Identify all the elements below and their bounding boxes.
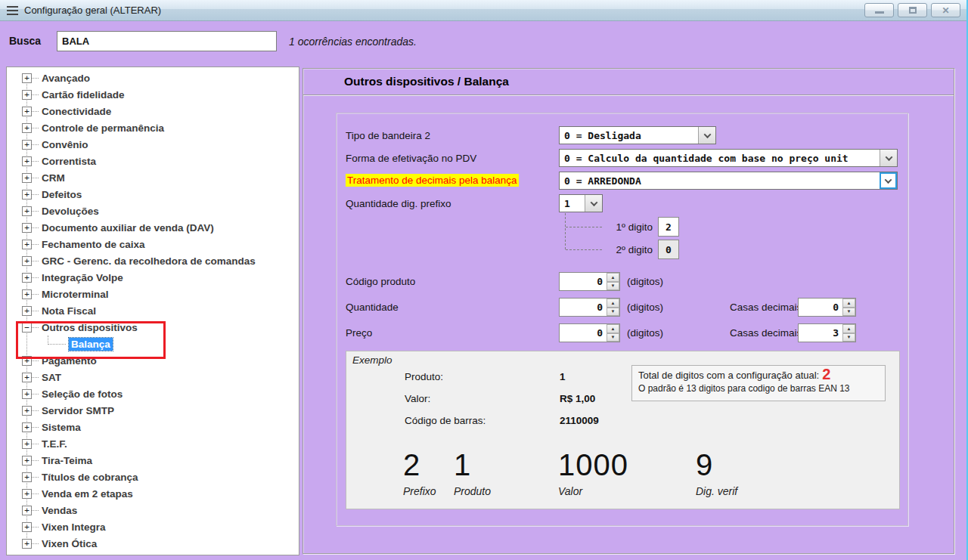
quantidade-spinner[interactable]: 0 ▲▼ (559, 298, 620, 317)
tree-item-microterminal[interactable]: +Microterminal (7, 286, 299, 302)
spin-down-icon[interactable]: ▼ (842, 308, 855, 317)
expand-icon[interactable]: + (22, 356, 32, 366)
tree-item-label: Pagamento (42, 355, 97, 367)
expand-icon[interactable]: + (22, 389, 32, 399)
tipo-bandeira-combo[interactable]: 0 = Desligada (559, 126, 716, 144)
expand-icon[interactable]: + (22, 406, 32, 416)
tree-item-t-e-f[interactable]: +T.E.F. (7, 435, 299, 452)
tree-item-documento-auxiliar-de-venda-dav[interactable]: +Documento auxiliar de venda (DAV) (7, 219, 299, 236)
minimize-icon (875, 11, 884, 14)
tree-item-correntista[interactable]: +Correntista (7, 153, 299, 169)
expand-icon[interactable]: + (22, 73, 32, 83)
tree-item-fechamento-de-caixa[interactable]: +Fechamento de caixa (7, 236, 299, 252)
tree-branch-connector (32, 211, 39, 212)
spin-up-icon[interactable]: ▲ (842, 324, 855, 333)
tree-item-controle-de-perman-ncia[interactable]: +Controle de permanência (7, 119, 299, 136)
search-input[interactable] (57, 31, 277, 51)
tree-item-sat[interactable]: +SAT (7, 369, 299, 385)
expand-icon[interactable]: + (22, 173, 32, 183)
expand-icon[interactable]: + (22, 223, 32, 233)
tree-item-defeitos[interactable]: +Defeitos (7, 186, 299, 203)
tree-item-devolu-es[interactable]: +Devoluções (7, 203, 299, 219)
maximize-button[interactable] (898, 3, 927, 17)
expand-icon[interactable]: + (22, 539, 32, 549)
tree-item-label: Venda em 2 etapas (42, 488, 133, 500)
expand-icon[interactable]: + (22, 456, 32, 466)
preco-casas-spinner[interactable]: 3 ▲▼ (798, 323, 856, 342)
breakdown-valor: 1000Valor (558, 448, 628, 497)
tree-item-sele-o-de-fotos[interactable]: +Seleção de fotos (7, 385, 299, 402)
window-controls: ✕ (864, 3, 960, 17)
spin-up-icon[interactable]: ▲ (607, 324, 619, 333)
spin-down-icon[interactable]: ▼ (607, 308, 619, 317)
expand-icon[interactable]: + (22, 439, 32, 449)
minimize-button[interactable] (864, 3, 894, 17)
tratamento-decimais-combo[interactable]: 0 = ARREDONDA (559, 172, 898, 190)
tree-item-avan-ado[interactable]: +Avançado (7, 70, 299, 86)
settings-panel: Outros dispositivos / Balança Tipo de ba… (302, 68, 954, 554)
expand-icon[interactable]: + (22, 273, 32, 283)
expand-icon[interactable]: + (22, 422, 32, 432)
expand-icon[interactable]: + (22, 289, 32, 299)
tree-item-servidor-smtp[interactable]: +Servidor SMTP (7, 402, 299, 419)
spin-down-icon[interactable]: ▼ (842, 333, 855, 342)
produto-value: 1 (560, 371, 566, 382)
chevron-down-icon[interactable] (880, 150, 897, 166)
spin-down-icon[interactable]: ▼ (607, 282, 619, 291)
tree-item-integra-o-volpe[interactable]: +Integração Volpe (7, 269, 299, 286)
tree-item-venda-em-2-etapas[interactable]: +Venda em 2 etapas (7, 485, 299, 502)
tree-item-grc-gerenc-da-recolhedora-de-comandas[interactable]: +GRC - Gerenc. da recolhedora de comanda… (7, 252, 299, 269)
tree-item-cart-o-fidelidade[interactable]: +Cartão fidelidade (7, 86, 299, 103)
spin-up-icon[interactable]: ▲ (607, 299, 619, 308)
expand-icon[interactable]: + (22, 489, 32, 499)
digito1-field[interactable]: 2 (658, 217, 679, 237)
tree-item-crm[interactable]: +CRM (7, 169, 299, 186)
tree-item-vendas[interactable]: +Vendas (7, 502, 299, 518)
tree-item-vixen-tica[interactable]: +Vixen Ótica (7, 535, 299, 552)
total-digitos-info-box: Total de digitos com a configuração atua… (631, 365, 886, 401)
tree-item-conectividade[interactable]: +Conectividade (7, 103, 299, 119)
tree-item-tira-teima[interactable]: +Tira-Teima (7, 452, 299, 469)
preco-spinner[interactable]: 0 ▲▼ (559, 323, 620, 342)
quantidade-prefixo-combo[interactable]: 1 (559, 194, 603, 212)
tree-item-sistema[interactable]: +Sistema (7, 419, 299, 435)
expand-icon[interactable]: + (22, 107, 32, 116)
chevron-down-icon[interactable] (585, 195, 602, 212)
tree-item-label: CRM (42, 172, 65, 184)
expand-icon[interactable]: + (22, 306, 32, 316)
expand-icon[interactable]: + (22, 373, 32, 382)
expand-icon[interactable]: + (22, 206, 32, 216)
collapse-icon[interactable]: − (22, 323, 32, 333)
title-bar: Configuração geral (ALTERAR) ✕ (0, 0, 966, 21)
expand-icon[interactable]: + (22, 240, 32, 249)
tree-item-balan-a[interactable]: Balança (7, 336, 299, 352)
exemplo-box: Exemplo Produto: 1 Valor: R$ 1,00 Código… (346, 351, 900, 509)
expand-icon[interactable]: + (22, 190, 32, 200)
tree-item-outros-dispositivos[interactable]: −Outros dispositivos (7, 319, 299, 336)
spin-up-icon[interactable]: ▲ (607, 273, 619, 282)
tree-item-t-tulos-de-cobran-a[interactable]: +Títulos de cobrança (7, 469, 299, 485)
quantidade-casas-spinner[interactable]: 0 ▲▼ (798, 298, 856, 317)
breakdown-prefixo: 2Prefixo (403, 448, 436, 497)
close-button[interactable]: ✕ (931, 3, 960, 17)
expand-icon[interactable]: + (22, 506, 32, 515)
codigo-produto-spinner[interactable]: 0 ▲▼ (559, 272, 620, 291)
expand-icon[interactable]: + (22, 156, 32, 166)
chevron-down-icon[interactable] (698, 127, 715, 144)
tree-item-nota-fiscal[interactable]: +Nota Fiscal (7, 302, 299, 319)
expand-icon[interactable]: + (22, 522, 32, 532)
tree-item-vixen-integra[interactable]: +Vixen Integra (7, 518, 299, 535)
tree-item-conv-nio[interactable]: +Convênio (7, 136, 299, 153)
expand-icon[interactable]: + (22, 90, 32, 100)
chevron-down-icon[interactable] (880, 172, 897, 189)
expand-icon[interactable]: + (22, 256, 32, 266)
expand-icon[interactable]: + (22, 472, 32, 482)
tree-item-pagamento[interactable]: +Pagamento (7, 352, 299, 369)
spin-down-icon[interactable]: ▼ (607, 333, 619, 342)
menu-icon[interactable] (7, 6, 18, 15)
expand-icon[interactable]: + (22, 140, 32, 150)
spin-up-icon[interactable]: ▲ (842, 299, 855, 308)
forma-efetivacao-combo[interactable]: 0 = Calculo da quantidade com base no pr… (559, 149, 898, 167)
tree-branch-connector (32, 360, 39, 361)
expand-icon[interactable]: + (22, 123, 32, 133)
